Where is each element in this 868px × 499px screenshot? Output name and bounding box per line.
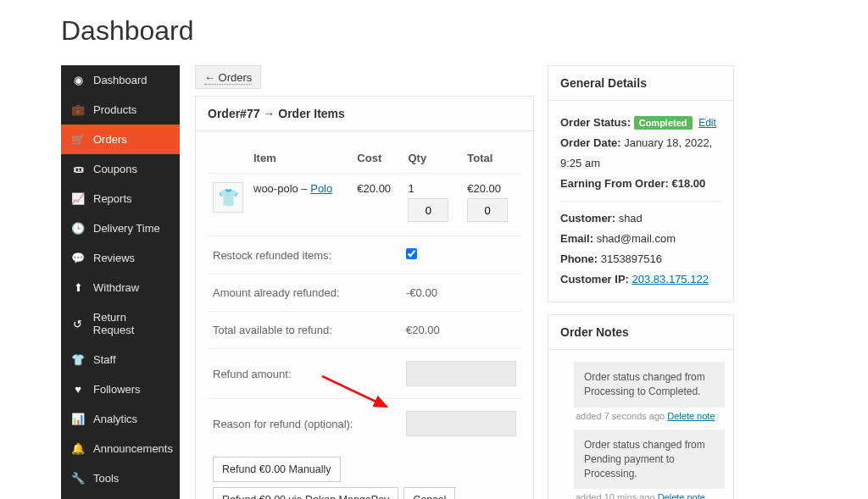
sidebar-item-reports[interactable]: 📈Reports [61, 184, 180, 213]
product-link[interactable]: Polo [310, 182, 332, 195]
total-refund-input[interactable] [467, 198, 508, 222]
item-total: €20.00 [467, 182, 516, 195]
sidebar-item-label: Delivery Time [93, 222, 160, 235]
qty-refund-input[interactable] [408, 198, 448, 222]
dashboard-icon: ◉ [71, 74, 85, 86]
sidebar-item-announcements[interactable]: 🔔Announcements [61, 434, 180, 463]
email-label: Email: [560, 232, 593, 245]
sidebar-item-staff[interactable]: 👕Staff [61, 345, 180, 374]
sidebar-item-label: Analytics [93, 413, 137, 425]
already-refunded-value: -€0.00 [406, 286, 516, 299]
back-link-container: ← Orders [195, 65, 261, 89]
items-table: Item Cost Qty Total 👕 woo-polo – Polo [208, 143, 521, 230]
back-to-orders-link[interactable]: ← Orders [204, 71, 252, 85]
sidebar-item-label: Followers [93, 383, 141, 396]
refund-amount-label: Refund amount: [213, 368, 406, 380]
sidebar-item-return-request[interactable]: ↺Return Request [61, 302, 180, 345]
sidebar-item-label: Announcements [93, 442, 173, 455]
available-refund-value: €20.00 [406, 324, 516, 336]
tshirt-icon: 👕 [71, 353, 85, 366]
undo-icon: ↺ [71, 318, 85, 330]
bars-icon: 📊 [71, 413, 85, 425]
sidebar-item-label: Tools [93, 472, 119, 485]
sidebar: ◉Dashboard💼Products🛒Orders🎟Coupons📈Repor… [61, 65, 180, 499]
sidebar-item-dashboard[interactable]: ◉Dashboard [61, 65, 180, 95]
cart-icon: 🛒 [71, 133, 85, 146]
sidebar-item-products[interactable]: 💼Products [61, 95, 180, 125]
col-cost: Cost [352, 143, 403, 174]
bell-icon: 🔔 [71, 442, 85, 455]
col-total: Total [462, 143, 521, 174]
wrench-icon: 🔧 [71, 472, 85, 485]
sidebar-item-label: Return Request [93, 311, 170, 336]
sidebar-item-reviews[interactable]: 💬Reviews [61, 243, 180, 273]
header-arrow: → [259, 107, 278, 120]
order-items-panel: Order#77 → Order Items Item Cost Qty Tot… [195, 96, 534, 499]
ticket-icon: 🎟 [71, 163, 85, 175]
sidebar-item-coupons[interactable]: 🎟Coupons [61, 154, 180, 184]
phone-value: 3153897516 [601, 252, 662, 265]
clock-icon: 🕒 [71, 222, 85, 235]
ip-label: Customer IP: [560, 273, 629, 286]
col-qty: Qty [403, 143, 462, 174]
page-title: Dashboard [61, 15, 868, 47]
product-thumb: 👕 [213, 182, 243, 213]
status-label: Order Status: [560, 116, 631, 129]
phone-label: Phone: [560, 252, 598, 265]
col-item: Item [248, 143, 352, 174]
email-value: shad@mail.com [597, 232, 676, 245]
refund-amount-input[interactable] [406, 361, 516, 386]
ip-link[interactable]: 203.83.175.122 [632, 273, 709, 286]
order-notes-title: Order Notes [548, 315, 733, 350]
table-row: 👕 woo-polo – Polo €20.00 1 €20.00 [208, 174, 521, 231]
refund-manually-button[interactable]: Refund €0.00 Manually [213, 457, 341, 482]
upload-icon: ⬆ [71, 281, 85, 294]
refund-reason-input[interactable] [406, 411, 516, 436]
refund-reason-label: Reason for refund (optional): [213, 418, 406, 430]
status-badge: Completed [634, 116, 693, 130]
header-suffix: Order Items [278, 107, 345, 120]
sidebar-item-analytics[interactable]: 📊Analytics [61, 404, 180, 434]
order-notes-panel: Order Notes Order status changed from Pr… [548, 314, 734, 499]
sidebar-item-followers[interactable]: ♥Followers [61, 374, 180, 404]
earning-label: Earning From Order: [560, 177, 669, 190]
sidebar-item-label: Products [93, 103, 136, 116]
sidebar-item-tools[interactable]: 🔧Tools [61, 463, 180, 493]
refund-mangopay-button[interactable]: Refund €0.00 via Dokan MangoPay [213, 487, 398, 499]
sidebar-item-label: Withdraw [93, 281, 139, 294]
sidebar-item-delivery-time[interactable]: 🕒Delivery Time [61, 213, 180, 243]
note-meta: added 10 mins ago Delete note [576, 492, 725, 499]
sidebar-item-withdraw[interactable]: ⬆Withdraw [61, 273, 180, 302]
sidebar-item-support[interactable]: ⛑Support [61, 493, 180, 499]
order-note: Order status changed from Pending paymen… [574, 430, 725, 489]
edit-status-link[interactable]: Edit [698, 117, 716, 129]
delete-note-link[interactable]: Delete note [658, 492, 705, 499]
general-details-panel: General Details Order Status: Completed … [548, 65, 734, 302]
restock-checkbox[interactable] [406, 248, 417, 259]
heart-icon: ♥ [71, 383, 85, 396]
sidebar-item-label: Coupons [93, 163, 137, 175]
sidebar-item-orders[interactable]: 🛒Orders [61, 125, 180, 154]
briefcase-icon: 💼 [71, 103, 85, 116]
cancel-button[interactable]: Cancel [403, 487, 455, 499]
sidebar-item-label: Dashboard [93, 74, 147, 86]
available-refund-label: Total available to refund: [213, 324, 406, 336]
general-details-title: General Details [548, 66, 733, 101]
order-number: Order#77 [208, 107, 259, 120]
sidebar-item-label: Orders [93, 133, 127, 146]
restock-label: Restock refunded items: [213, 249, 406, 262]
note-meta: added 7 seconds ago Delete note [576, 411, 725, 421]
customer-value: shad [619, 212, 643, 225]
delete-note-link[interactable]: Delete note [667, 411, 715, 421]
comment-icon: 💬 [71, 252, 85, 264]
order-note: Order status changed from Processing to … [574, 362, 725, 408]
date-label: Order Date: [560, 136, 621, 149]
item-cost: €20.00 [352, 174, 403, 231]
sidebar-item-label: Staff [93, 353, 116, 366]
item-qty: 1 [408, 182, 457, 195]
chart-icon: 📈 [71, 192, 85, 205]
sidebar-item-label: Reports [93, 192, 132, 205]
item-name-cell: woo-polo – Polo [248, 174, 352, 231]
sidebar-item-label: Reviews [93, 252, 135, 264]
customer-label: Customer: [560, 212, 615, 225]
